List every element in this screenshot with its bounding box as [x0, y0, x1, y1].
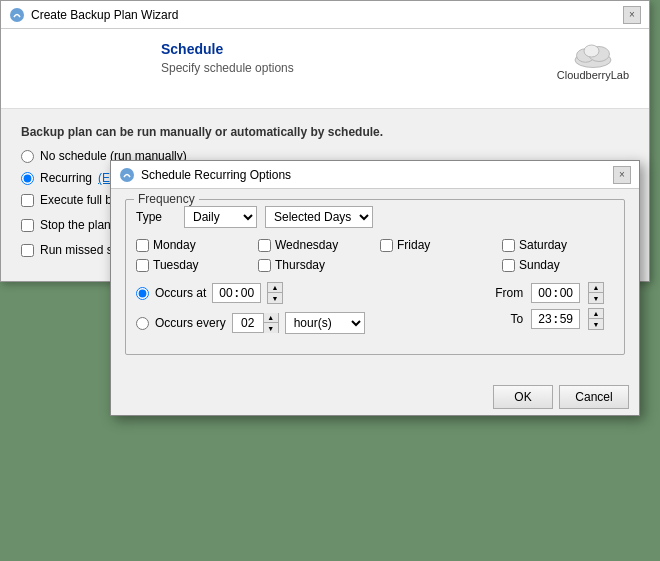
dialog-close-button[interactable]: × — [613, 166, 631, 184]
selected-days-select[interactable]: Selected Days Every Day Weekdays Weekend… — [265, 206, 373, 228]
thursday-checkbox[interactable] — [258, 259, 271, 272]
occurs-at-spin[interactable]: ▲ ▼ — [267, 282, 283, 304]
friday-checkbox[interactable] — [380, 239, 393, 252]
sunday-item: Sunday — [502, 258, 614, 272]
occurs-every-label[interactable]: Occurs every — [155, 316, 226, 330]
run-missed-checkbox[interactable] — [21, 244, 34, 257]
dialog-body: Frequency Type Daily Weekly Monthly Sele… — [111, 189, 639, 379]
info-text: Backup plan can be run manually or autom… — [21, 125, 629, 139]
thursday-label[interactable]: Thursday — [275, 258, 325, 272]
saturday-label[interactable]: Saturday — [519, 238, 567, 252]
cloudberry-logo: CloudberryLab — [557, 39, 629, 81]
tuesday-label[interactable]: Tuesday — [153, 258, 199, 272]
from-label: From — [495, 286, 523, 300]
friday-label[interactable]: Friday — [397, 238, 430, 252]
dialog-titlebar-left: Schedule Recurring Options — [119, 167, 291, 183]
monday-item: Monday — [136, 238, 248, 252]
from-to-section: From 00 : 00 ▲ ▼ To — [495, 282, 604, 334]
occurs-at-radio[interactable] — [136, 287, 149, 300]
recurring-dialog: Schedule Recurring Options × Frequency T… — [110, 160, 640, 416]
monday-label[interactable]: Monday — [153, 238, 196, 252]
logo-text: CloudberryLab — [557, 69, 629, 81]
sunday-checkbox[interactable] — [502, 259, 515, 272]
monday-checkbox[interactable] — [136, 239, 149, 252]
occurs-every-radio[interactable] — [136, 317, 149, 330]
dialog-titlebar: Schedule Recurring Options × — [111, 161, 639, 189]
type-label: Type — [136, 210, 176, 224]
ok-button[interactable]: OK — [493, 385, 553, 409]
wizard-title: Create Backup Plan Wizard — [31, 8, 178, 22]
occurs-section: Occurs at 00 : 00 ▲ ▼ Occurs every — [136, 282, 614, 334]
occurs-every-arrows[interactable]: ▲ ▼ — [263, 313, 278, 333]
frequency-type-row: Type Daily Weekly Monthly Selected Days … — [136, 206, 614, 228]
dialog-title: Schedule Recurring Options — [141, 168, 291, 182]
cloud-icon — [568, 39, 618, 69]
wednesday-label[interactable]: Wednesday — [275, 238, 338, 252]
svg-point-4 — [584, 45, 599, 57]
execute-full-checkbox[interactable] — [21, 194, 34, 207]
occurs-at-time: 00 : 00 — [212, 283, 261, 303]
placeholder-item — [380, 258, 492, 272]
stop-plan-checkbox[interactable] — [21, 219, 34, 232]
to-spin[interactable]: ▲ ▼ — [588, 308, 604, 330]
no-schedule-radio[interactable] — [21, 150, 34, 163]
wizard-app-icon — [9, 7, 25, 23]
from-up[interactable]: ▲ — [589, 283, 603, 293]
frequency-group-label: Frequency — [134, 192, 199, 206]
to-label: To — [495, 312, 523, 326]
occurs-every-down[interactable]: ▼ — [264, 323, 278, 333]
occurs-at-label[interactable]: Occurs at — [155, 286, 206, 300]
recurring-radio[interactable] — [21, 172, 34, 185]
from-down[interactable]: ▼ — [589, 293, 603, 303]
occurs-every-up[interactable]: ▲ — [264, 313, 278, 323]
days-grid: Monday Wednesday Friday Saturday Tuesday — [136, 238, 614, 272]
dialog-footer: OK Cancel — [111, 379, 639, 415]
wizard-header: Schedule Specify schedule options Cloudb… — [1, 29, 649, 109]
saturday-checkbox[interactable] — [502, 239, 515, 252]
tuesday-checkbox[interactable] — [136, 259, 149, 272]
occurs-every-unit-select[interactable]: hour(s) minute(s) — [285, 312, 365, 334]
wizard-titlebar: Create Backup Plan Wizard × — [1, 1, 649, 29]
dialog-app-icon — [119, 167, 135, 183]
to-time: 23 : 59 — [531, 309, 580, 329]
frequency-group: Frequency Type Daily Weekly Monthly Sele… — [125, 199, 625, 355]
to-up[interactable]: ▲ — [589, 309, 603, 319]
occurs-at-up[interactable]: ▲ — [268, 283, 282, 293]
wednesday-item: Wednesday — [258, 238, 370, 252]
wizard-titlebar-left: Create Backup Plan Wizard — [9, 7, 178, 23]
recurring-label[interactable]: Recurring — [40, 171, 92, 185]
friday-item: Friday — [380, 238, 492, 252]
wednesday-checkbox[interactable] — [258, 239, 271, 252]
sunday-label[interactable]: Sunday — [519, 258, 560, 272]
tuesday-item: Tuesday — [136, 258, 248, 272]
from-row: From 00 : 00 ▲ ▼ — [495, 282, 604, 304]
from-spin[interactable]: ▲ ▼ — [588, 282, 604, 304]
occurs-every-row: Occurs every 02 ▲ ▼ hour(s) minute(s) — [136, 312, 614, 334]
occurs-every-spin[interactable]: 02 ▲ ▼ — [232, 313, 279, 333]
thursday-item: Thursday — [258, 258, 370, 272]
wizard-close-button[interactable]: × — [623, 6, 641, 24]
type-select[interactable]: Daily Weekly Monthly — [184, 206, 257, 228]
occurs-every-value: 02 — [233, 316, 263, 330]
to-row: To 23 : 59 ▲ ▼ — [495, 308, 604, 330]
from-time: 00 : 00 — [531, 283, 580, 303]
cancel-button[interactable]: Cancel — [559, 385, 629, 409]
saturday-item: Saturday — [502, 238, 614, 252]
occurs-at-down[interactable]: ▼ — [268, 293, 282, 303]
to-down[interactable]: ▼ — [589, 319, 603, 329]
